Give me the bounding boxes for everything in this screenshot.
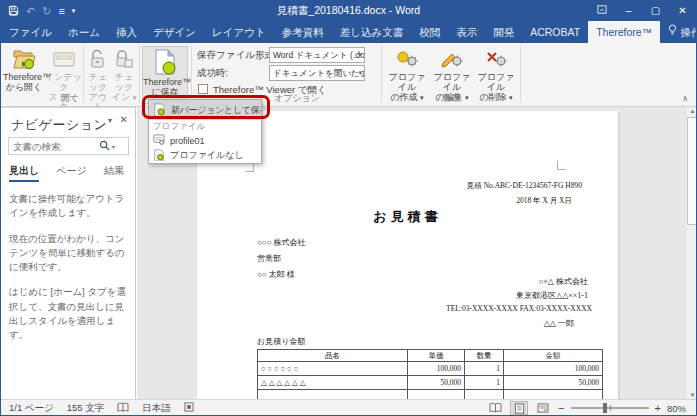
menu-item-profile01[interactable]: profile01 xyxy=(149,133,261,148)
save-to-therefore-button[interactable]: Therefore™ に保存 xyxy=(142,46,188,104)
nav-tab-results[interactable]: 結果 xyxy=(104,164,124,182)
proofing-status-icon[interactable] xyxy=(117,402,129,415)
save-format-combobox[interactable]: Word ドキュメント (.docx) ▾ xyxy=(269,47,365,63)
on-success-combobox[interactable]: ドキュメントを開いたままにする ▾ xyxy=(269,65,365,81)
zoom-out-button[interactable]: − xyxy=(558,402,564,414)
scrollbar-thumb[interactable] xyxy=(687,117,697,225)
tab-file[interactable]: ファイル xyxy=(1,21,60,43)
lock-icon xyxy=(111,46,137,72)
sender-company: ○×△ 株式会社 xyxy=(539,276,589,287)
group-label-open: 開く xyxy=(3,92,137,105)
chevron-down-icon: ▾ xyxy=(358,66,362,80)
tab-home[interactable]: ホーム xyxy=(60,21,108,43)
sender-address: 東京都港区△△××1-1 xyxy=(516,290,588,301)
search-icon[interactable] xyxy=(99,137,110,155)
unlock-icon xyxy=(85,46,111,72)
recipient-company: ○○○ 株式会社 xyxy=(257,237,306,248)
estimate-table: 品名 単価 数量 金額 ○○○○○○ 100,000 1 100,000 △△△… xyxy=(257,349,603,399)
zoom-in-button[interactable]: + xyxy=(655,402,661,414)
tab-design[interactable]: デザイン xyxy=(145,21,204,43)
delete-profile-icon xyxy=(474,46,518,72)
word-count[interactable]: 155 文字 xyxy=(67,402,105,415)
document-title: お見積書 xyxy=(197,208,618,226)
web-layout-button[interactable] xyxy=(534,401,552,415)
tab-mailings[interactable]: 差し込み文書 xyxy=(332,21,412,43)
window-title: 見積書_20180416.docx - Word xyxy=(1,4,696,18)
lightbulb-icon xyxy=(668,21,677,43)
amount-label: お見積り金額 xyxy=(257,336,305,347)
zoom-notch xyxy=(610,405,611,411)
profile-icon xyxy=(153,134,165,147)
on-success-label: 成功時: xyxy=(197,67,228,80)
table-row xyxy=(258,390,603,400)
tell-me-assistant[interactable]: 操作アシスト xyxy=(660,21,697,43)
zoom-slider-thumb[interactable] xyxy=(603,403,607,413)
tab-layout[interactable]: レイアウト xyxy=(204,21,274,43)
margin-cropmark xyxy=(557,161,566,170)
nav-tab-headings[interactable]: 見出し xyxy=(9,164,39,182)
scroll-down-icon[interactable]: ▼ xyxy=(686,392,697,398)
sender-tel-fax: TEL:03-XXXX-XXXX FAX:03-XXXX-XXXX xyxy=(446,304,592,313)
save-format-label: 保存ファイル形式: xyxy=(197,49,277,62)
save-to-therefore-icon xyxy=(143,47,187,77)
group-label-manage: 管理 xyxy=(385,92,518,105)
chevron-down-icon: ▾ xyxy=(358,48,362,62)
title-bar: ↶ ↻ ≡ ▾ 見積書_20180416.docx - Word – ▢ ✕ xyxy=(1,1,696,21)
chevron-down-icon[interactable]: ▾ xyxy=(108,116,112,125)
tab-therefore[interactable]: Therefore™ xyxy=(588,21,660,43)
tab-acrobat[interactable]: ACROBAT xyxy=(522,21,588,43)
close-icon[interactable]: ✕ xyxy=(120,114,128,125)
recipient-person: ○○ 太郎 様 xyxy=(257,269,295,280)
nav-tab-pages[interactable]: ページ xyxy=(56,164,86,182)
tab-references[interactable]: 参考資料 xyxy=(274,21,332,43)
menu-section-profile: プロファイル xyxy=(149,120,261,133)
navigation-help-text: 文書に操作可能なアウトラインを作成します。 現在の位置がわかり、コンテンツを簡単… xyxy=(9,192,129,353)
language-indicator[interactable]: 日本語 xyxy=(142,402,171,415)
tab-insert[interactable]: 挿入 xyxy=(108,21,145,43)
word-window: ↶ ↻ ≡ ▾ 見積書_20180416.docx - Word – ▢ ✕ フ… xyxy=(0,0,697,416)
read-mode-button[interactable] xyxy=(486,401,504,415)
navigation-tabs: 見出し ページ 結果 xyxy=(9,164,124,182)
print-layout-button[interactable] xyxy=(510,401,528,415)
tab-review[interactable]: 校閲 xyxy=(411,21,448,43)
zoom-slider[interactable] xyxy=(571,407,649,409)
table-header-row: 品名 単価 数量 金額 xyxy=(258,350,603,362)
margin-cropmark xyxy=(245,163,254,172)
open-from-therefore-icon xyxy=(3,46,45,72)
vertical-scrollbar[interactable]: ▲ ▼ xyxy=(685,107,697,399)
create-profile-icon xyxy=(385,46,429,72)
tab-developer[interactable]: 開発 xyxy=(485,21,522,43)
edit-profile-icon xyxy=(430,46,474,72)
collapse-ribbon-icon[interactable]: ∧ xyxy=(682,94,688,103)
menu-item-no-profile[interactable]: プロファイルなし xyxy=(149,148,261,163)
navigation-pane-title: ナビゲーション xyxy=(11,116,107,134)
sender-person: △△ 一郎 xyxy=(544,318,574,329)
recipient-department: 営業部 xyxy=(257,253,281,264)
estimate-date: 2018 年 X 月 X日 xyxy=(516,196,572,206)
tab-view[interactable]: 表示 xyxy=(448,21,485,43)
page-indicator[interactable]: 1/1 ページ xyxy=(9,402,54,415)
estimate-number: 見積 No.ABC-DE-1234567-FG H890 xyxy=(467,181,582,191)
ribbon-tab-row: ファイル ホーム 挿入 デザイン レイアウト 参考資料 差し込み文書 校閲 表示… xyxy=(1,21,696,43)
save-dropdown-menu: 新バージョンとして保存 プロファイル profile01 プロファイルなし xyxy=(148,99,262,164)
document-search-box[interactable]: ▾ xyxy=(8,137,129,155)
search-options-icon[interactable]: ▾ xyxy=(112,143,115,150)
no-profile-icon xyxy=(153,149,165,163)
save-version-icon xyxy=(153,103,166,118)
ribbon: Therefore™ から開く インデック ス データ チェック アウト チェッ… xyxy=(1,43,696,107)
navigation-pane: ナビゲーション ▾ ✕ ▾ 見出し ページ 結果 文書に操作可能なアウトラインを… xyxy=(1,107,136,399)
index-data-icon xyxy=(45,46,82,72)
scroll-up-icon[interactable]: ▲ xyxy=(686,108,697,114)
search-input[interactable] xyxy=(9,141,97,152)
zoom-percentage[interactable]: 80% xyxy=(667,403,686,414)
macro-record-icon[interactable] xyxy=(184,402,194,414)
table-row: ○○○○○○ 100,000 1 100,000 xyxy=(258,362,603,376)
status-bar: 1/1 ページ 155 文字 日本語 − xyxy=(1,399,696,416)
table-row: △△△△△△ 50,000 1 50,000 xyxy=(258,376,603,390)
menu-item-save-new-version[interactable]: 新バージョンとして保存 xyxy=(149,100,261,120)
